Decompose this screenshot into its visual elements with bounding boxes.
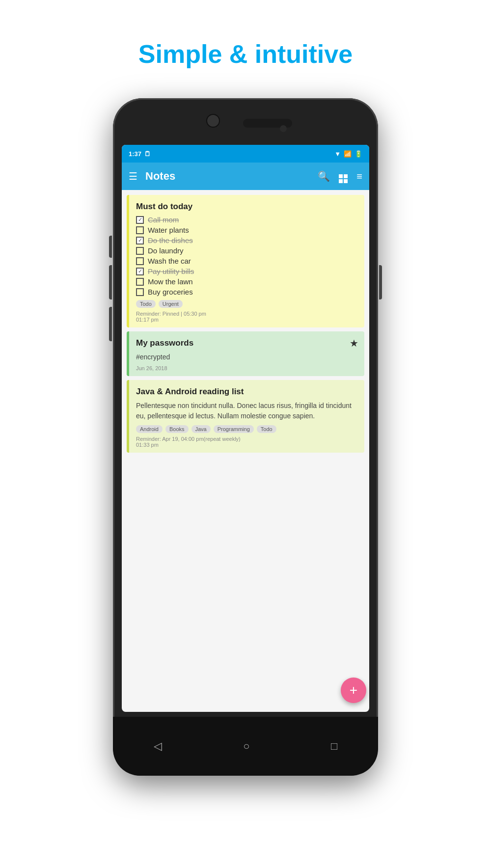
checkbox-1[interactable] bbox=[136, 226, 144, 234]
status-note-icon: 🗒 bbox=[144, 150, 151, 158]
note-tags-java: Android Books Java Programming Todo bbox=[136, 425, 357, 433]
note-title-passwords: My passwords bbox=[136, 338, 357, 348]
star-icon-passwords[interactable]: ★ bbox=[350, 337, 358, 349]
checklist-item-5[interactable]: ✓ Pay utility bills bbox=[136, 267, 357, 275]
status-left: 1:37 🗒 bbox=[129, 150, 151, 158]
app-toolbar: ☰ Notes 🔍 ≡ bbox=[122, 163, 369, 190]
power-button bbox=[379, 265, 382, 299]
tag-todo[interactable]: Todo bbox=[136, 300, 156, 308]
notes-list: Must do today ✓ Call mom Water plants ✓ … bbox=[122, 190, 369, 458]
checklist-item-4[interactable]: Wash the car bbox=[136, 257, 357, 265]
checklist-text-4: Wash the car bbox=[148, 257, 191, 265]
checklist-item-6[interactable]: Mow the lawn bbox=[136, 277, 357, 286]
camera-button bbox=[109, 307, 112, 341]
note-reminder-todo: Reminder: Pinned | 05:30 pm bbox=[136, 311, 357, 317]
phone-mockup: 1:37 🗒 ▼ 📶 🔋 ☰ Notes 🔍 ≡ bbox=[113, 98, 378, 776]
checkbox-2[interactable]: ✓ bbox=[136, 237, 144, 244]
checklist-text-7: Buy groceries bbox=[148, 288, 193, 296]
checkbox-6[interactable] bbox=[136, 278, 144, 286]
note-time-todo: 01:17 pm bbox=[136, 317, 357, 323]
checkbox-4[interactable] bbox=[136, 257, 144, 265]
bottom-nav: ◁ ○ □ bbox=[113, 717, 378, 776]
page-headline: Simple & intuitive bbox=[138, 39, 353, 69]
checkbox-3[interactable] bbox=[136, 247, 144, 255]
note-meta-todo: Reminder: Pinned | 05:30 pm 01:17 pm bbox=[136, 311, 357, 323]
note-date-passwords: Jun 26, 2018 bbox=[136, 365, 167, 371]
nav-back[interactable]: ◁ bbox=[154, 740, 162, 753]
search-icon[interactable]: 🔍 bbox=[318, 170, 330, 182]
fab-add[interactable]: + bbox=[341, 678, 366, 703]
checkbox-7[interactable] bbox=[136, 288, 144, 296]
phone-screen: 1:37 🗒 ▼ 📶 🔋 ☰ Notes 🔍 ≡ bbox=[122, 145, 369, 712]
note-time-java: 01:33 pm bbox=[136, 442, 357, 448]
grid-view-icon[interactable] bbox=[339, 169, 348, 183]
phone-sensor bbox=[280, 125, 287, 132]
note-title-todo: Must do today bbox=[136, 202, 357, 212]
nav-home[interactable]: ○ bbox=[243, 740, 249, 753]
phone-camera bbox=[206, 114, 220, 128]
signal-icon: 📶 bbox=[344, 150, 352, 158]
phone-shell: 1:37 🗒 ▼ 📶 🔋 ☰ Notes 🔍 ≡ bbox=[113, 98, 378, 776]
status-bar: 1:37 🗒 ▼ 📶 🔋 bbox=[122, 145, 369, 163]
tag-urgent[interactable]: Urgent bbox=[159, 300, 183, 308]
note-body-java: Pellentesque non tincidunt nulla. Donec … bbox=[136, 401, 357, 421]
note-card-todo[interactable]: Must do today ✓ Call mom Water plants ✓ … bbox=[127, 195, 364, 327]
status-right: ▼ 📶 🔋 bbox=[334, 150, 362, 158]
note-tags-todo: Todo Urgent bbox=[136, 300, 357, 308]
checkbox-0[interactable]: ✓ bbox=[136, 216, 144, 224]
note-reminder-java: Reminder: Apr 19, 04:00 pm(repeat weekly… bbox=[136, 436, 357, 442]
checklist-item-2[interactable]: ✓ Do the dishes bbox=[136, 236, 357, 244]
volume-up-button bbox=[109, 236, 112, 258]
note-body-passwords: #encrypted bbox=[136, 352, 357, 362]
tag-java[interactable]: Java bbox=[191, 425, 211, 433]
checklist-item-3[interactable]: Do laundry bbox=[136, 246, 357, 255]
volume-down-button bbox=[109, 265, 112, 299]
checklist-item-7[interactable]: Buy groceries bbox=[136, 288, 357, 296]
nav-recent[interactable]: □ bbox=[331, 740, 337, 753]
tag-books[interactable]: Books bbox=[165, 425, 189, 433]
note-card-passwords[interactable]: ★ My passwords #encrypted Jun 26, 2018 bbox=[127, 331, 364, 376]
checklist-text-2: Do the dishes bbox=[148, 236, 193, 244]
note-title-java: Java & Android reading list bbox=[136, 387, 357, 397]
checklist-item-1[interactable]: Water plants bbox=[136, 226, 357, 234]
checkbox-5[interactable]: ✓ bbox=[136, 268, 144, 275]
checklist-text-3: Do laundry bbox=[148, 246, 184, 255]
status-time: 1:37 bbox=[129, 150, 141, 158]
wifi-icon: ▼ bbox=[334, 150, 341, 158]
tag-programming[interactable]: Programming bbox=[214, 425, 254, 433]
checklist-text-0: Call mom bbox=[148, 216, 179, 224]
checklist-item-0[interactable]: ✓ Call mom bbox=[136, 216, 357, 224]
toolbar-actions: 🔍 ≡ bbox=[318, 169, 362, 183]
tag-android[interactable]: Android bbox=[136, 425, 163, 433]
note-meta-passwords: Jun 26, 2018 bbox=[136, 365, 357, 371]
tag-todo-java[interactable]: Todo bbox=[257, 425, 276, 433]
menu-icon[interactable]: ☰ bbox=[129, 170, 137, 182]
battery-icon: 🔋 bbox=[355, 150, 362, 158]
filter-icon[interactable]: ≡ bbox=[356, 171, 362, 182]
toolbar-title: Notes bbox=[145, 170, 318, 183]
checklist-text-5: Pay utility bills bbox=[148, 267, 194, 275]
note-card-java[interactable]: Java & Android reading list Pellentesque… bbox=[127, 380, 364, 453]
checklist-text-1: Water plants bbox=[148, 226, 189, 234]
checklist-text-6: Mow the lawn bbox=[148, 277, 193, 286]
note-meta-java: Reminder: Apr 19, 04:00 pm(repeat weekly… bbox=[136, 436, 357, 448]
